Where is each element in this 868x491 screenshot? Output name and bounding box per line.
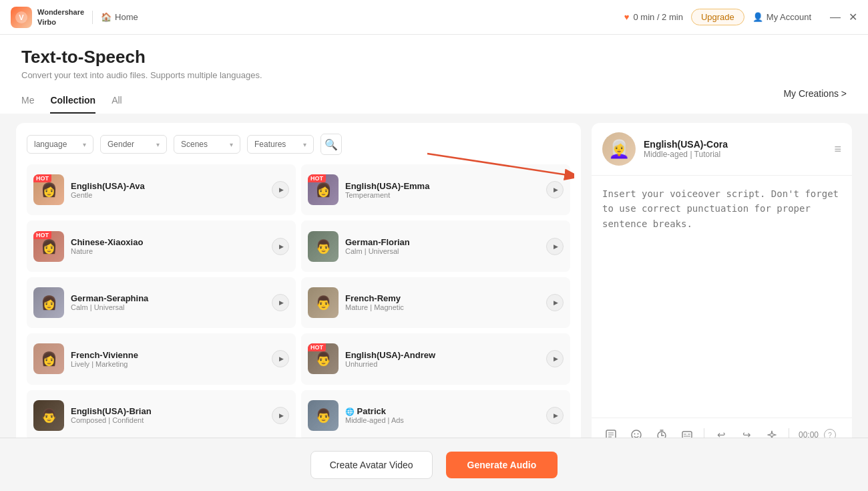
gender-filter[interactable]: Gender ▾ xyxy=(100,135,167,154)
filters-row: language ▾ Gender ▾ Scenes ▾ Features ▾ … xyxy=(27,134,570,155)
voice-name: English(USA)-Andrew xyxy=(345,350,539,360)
avatar: 👩 xyxy=(33,343,64,374)
hot-badge: HOT xyxy=(33,231,51,239)
voice-info: French-Remy Mature | Magnetic xyxy=(345,293,539,311)
script-area xyxy=(592,176,852,418)
play-icon: ▶ xyxy=(554,355,558,362)
avatar: 👨 xyxy=(308,287,339,318)
list-item[interactable]: 👩 German-Seraphina Calm | Universal ▶ xyxy=(27,277,296,328)
voice-tags: Calm | Universal xyxy=(345,247,539,255)
play-icon: ▶ xyxy=(554,412,558,419)
account-button[interactable]: 👤 My Account xyxy=(752,12,811,22)
voice-name: French-Remy xyxy=(345,293,539,303)
app-logo: V xyxy=(11,7,32,28)
play-button[interactable]: ▶ xyxy=(272,181,289,198)
tab-all[interactable]: All xyxy=(112,95,122,114)
script-input[interactable] xyxy=(602,186,841,407)
voice-tags: Nature xyxy=(71,247,265,255)
features-label: Features xyxy=(254,140,286,149)
voice-tags: Gentle xyxy=(71,191,265,199)
play-button[interactable]: ▶ xyxy=(546,407,564,424)
play-button[interactable]: ▶ xyxy=(272,294,289,311)
voice-tags: Mature | Magnetic xyxy=(345,303,539,311)
play-icon: ▶ xyxy=(554,243,558,250)
voice-info: English(USA)-Andrew Unhurried xyxy=(345,350,539,368)
voice-info: English(USA)-Emma Temperament xyxy=(345,181,539,199)
play-button[interactable]: ▶ xyxy=(546,181,564,198)
voice-tags: Unhurried xyxy=(345,360,539,368)
hot-badge: HOT xyxy=(33,174,51,182)
play-icon: ▶ xyxy=(279,412,284,419)
voice-name: German-Seraphina xyxy=(71,293,265,303)
page-header: Text-to-Speech Convert your text into au… xyxy=(0,35,868,114)
voice-name: 🌐 Patrick xyxy=(345,406,539,416)
list-item[interactable]: 👨 German-Florian Calm | Universal ▶ xyxy=(301,220,570,271)
voice-name: English(USA)-Brian xyxy=(71,406,265,416)
upgrade-button[interactable]: Upgrade xyxy=(691,9,744,25)
voice-info: German-Florian Calm | Universal xyxy=(345,237,539,255)
svg-point-7 xyxy=(634,434,636,435)
script-panel: 👩‍🦳 English(USA)-Cora Middle-aged | Tuto… xyxy=(592,123,852,452)
generate-audio-button[interactable]: Generate Audio xyxy=(446,452,558,478)
selected-voice-info: English(USA)-Cora Middle-aged | Tutorial xyxy=(644,139,826,159)
svg-point-8 xyxy=(638,434,639,435)
play-button[interactable]: ▶ xyxy=(272,350,289,367)
play-icon: ▶ xyxy=(279,355,284,362)
window-controls: — ✕ xyxy=(830,11,857,23)
tab-me[interactable]: Me xyxy=(21,95,34,114)
avatar: 👨 HOT xyxy=(308,343,339,374)
language-label: language xyxy=(34,140,67,149)
play-button[interactable]: ▶ xyxy=(546,238,564,255)
titlebar-right: ♥ 0 min / 2 min Upgrade 👤 My Account — ✕ xyxy=(624,9,857,25)
search-button[interactable]: 🔍 xyxy=(320,134,342,155)
divider xyxy=(92,11,93,24)
play-icon: ▶ xyxy=(279,299,284,306)
features-filter[interactable]: Features ▾ xyxy=(247,135,314,154)
play-icon: ▶ xyxy=(554,186,558,193)
list-item[interactable]: 👨 HOT English(USA)-Andrew Unhurried ▶ xyxy=(301,333,570,384)
voice-name: English(USA)-Ava xyxy=(71,181,265,191)
chevron-down-icon: ▾ xyxy=(156,141,160,148)
scenes-filter[interactable]: Scenes ▾ xyxy=(174,135,240,154)
language-filter[interactable]: language ▾ xyxy=(27,135,93,154)
voice-info: English(USA)-Brian Composed | Confident xyxy=(71,406,265,424)
list-item[interactable]: 👩 HOT English(USA)-Emma Temperament ▶ xyxy=(301,164,570,215)
list-item[interactable]: 👩 French-Vivienne Lively | Marketing ▶ xyxy=(27,333,296,384)
list-item[interactable]: 👨 English(USA)-Brian Composed | Confiden… xyxy=(27,390,296,441)
voice-info: Chinese-Xiaoxiao Nature xyxy=(71,237,265,255)
play-icon: ▶ xyxy=(279,186,284,193)
avatar: 👩 HOT xyxy=(33,174,64,205)
selected-avatar: 👩‍🦳 xyxy=(602,132,636,166)
chevron-down-icon: ▾ xyxy=(83,141,86,148)
play-button[interactable]: ▶ xyxy=(546,294,564,311)
voice-info: German-Seraphina Calm | Universal xyxy=(71,293,265,311)
play-button[interactable]: ▶ xyxy=(546,350,564,367)
more-options-button[interactable]: ≡ xyxy=(834,142,841,156)
voice-grid: 👩 HOT English(USA)-Ava Gentle ▶ 👩 HOT En… xyxy=(27,164,570,441)
list-item[interactable]: 👩 HOT Chinese-Xiaoxiao Nature ▶ xyxy=(27,220,296,271)
play-button[interactable]: ▶ xyxy=(272,238,289,255)
list-item[interactable]: 👨 🌐 Patrick Middle-aged | Ads ▶ xyxy=(301,390,570,441)
main-content: language ▾ Gender ▾ Scenes ▾ Features ▾ … xyxy=(0,114,868,461)
globe-icon: 🌐 xyxy=(345,407,355,416)
avatar: 👩 xyxy=(33,287,64,318)
my-creations-link[interactable]: My Creations > xyxy=(783,88,847,99)
close-button[interactable]: ✕ xyxy=(849,11,857,23)
tab-collection[interactable]: Collection xyxy=(50,95,95,114)
home-button[interactable]: 🏠 Home xyxy=(101,12,138,22)
titlebar: V Wondershare Virbo 🏠 Home ♥ 0 min / 2 m… xyxy=(0,0,868,35)
create-avatar-button[interactable]: Create Avatar Video xyxy=(310,451,433,479)
list-item[interactable]: 👩 HOT English(USA)-Ava Gentle ▶ xyxy=(27,164,296,215)
voice-tags: Calm | Universal xyxy=(71,303,265,311)
minimize-button[interactable]: — xyxy=(830,11,841,23)
voice-name: French-Vivienne xyxy=(71,350,265,360)
list-item[interactable]: 👨 French-Remy Mature | Magnetic ▶ xyxy=(301,277,570,328)
voice-list-panel: language ▾ Gender ▾ Scenes ▾ Features ▾ … xyxy=(16,123,581,452)
home-icon: 🏠 xyxy=(101,12,112,22)
selected-voice-header: 👩‍🦳 English(USA)-Cora Middle-aged | Tuto… xyxy=(592,123,852,176)
play-button[interactable]: ▶ xyxy=(272,407,289,424)
account-label: My Account xyxy=(767,12,811,22)
avatar: 👨 xyxy=(33,400,64,431)
voice-tags: Temperament xyxy=(345,191,539,199)
search-icon: 🔍 xyxy=(324,138,338,151)
